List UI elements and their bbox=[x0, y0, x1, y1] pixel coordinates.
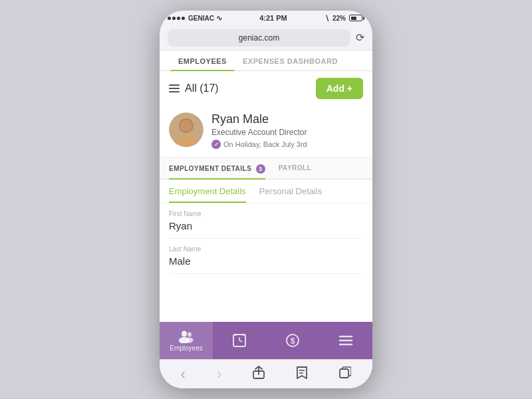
nav-employees[interactable]: Employees bbox=[160, 322, 213, 359]
sub-tab-personal[interactable]: Personal Details bbox=[259, 186, 323, 203]
employee-title: Executive Account Director bbox=[211, 128, 363, 137]
status-time: 4:21 PM bbox=[259, 14, 287, 22]
signal-dot-2 bbox=[172, 17, 176, 20]
employee-card[interactable]: Ryan Male Executive Account Director On … bbox=[160, 106, 372, 158]
add-button[interactable]: Add + bbox=[316, 78, 363, 99]
sub-tabs: Employment Details Personal Details bbox=[160, 180, 372, 203]
field-first-name: First Name Ryan bbox=[169, 203, 363, 239]
bluetooth-icon: ∖ bbox=[325, 14, 329, 23]
holiday-icon bbox=[211, 140, 221, 149]
svg-point-3 bbox=[180, 120, 192, 132]
detail-tabs: EMPLOYMENT DETAILS 3 PAYROLL bbox=[160, 158, 372, 180]
forward-button[interactable]: › bbox=[210, 366, 228, 383]
tabs-button[interactable] bbox=[332, 366, 358, 382]
form-area: First Name Ryan Last Name Male bbox=[160, 203, 372, 322]
battery-body bbox=[349, 15, 362, 21]
top-nav: EMPLOYEES EXPENSES DASHBOARD bbox=[160, 51, 372, 71]
refresh-button[interactable]: ⟳ bbox=[356, 31, 364, 44]
dollar-icon: $ bbox=[285, 334, 301, 347]
ios-bottom-bar: ‹ › bbox=[160, 359, 372, 388]
signal-dot-3 bbox=[177, 17, 180, 20]
carrier-name: GENIAC bbox=[188, 15, 214, 22]
battery-icon bbox=[349, 15, 364, 21]
first-name-value[interactable]: Ryan bbox=[169, 220, 363, 231]
tab-employment-details[interactable]: EMPLOYMENT DETAILS 3 bbox=[169, 158, 265, 179]
avatar bbox=[169, 112, 203, 147]
people-icon bbox=[178, 330, 194, 343]
url-bar[interactable]: geniac.com bbox=[168, 29, 350, 47]
bottom-nav: Employees bbox=[160, 322, 372, 359]
status-right: ∖ 22% bbox=[325, 14, 364, 23]
status-bar: GENIAC ∿ 4:21 PM ∖ 22% bbox=[160, 11, 372, 25]
field-last-name: Last Name Male bbox=[169, 239, 363, 274]
url-text: geniac.com bbox=[239, 33, 279, 43]
battery-fill bbox=[351, 17, 356, 20]
menu-icon bbox=[338, 334, 354, 347]
svg-rect-21 bbox=[340, 369, 348, 378]
browser-bar: geniac.com ⟳ bbox=[160, 25, 372, 51]
share-button[interactable] bbox=[246, 366, 271, 382]
sub-tab-employment[interactable]: Employment Details bbox=[169, 186, 246, 203]
status-text: On Holiday, Back July 3rd bbox=[223, 140, 307, 148]
svg-text:$: $ bbox=[291, 336, 295, 346]
svg-line-10 bbox=[239, 340, 242, 342]
signal-dot-4 bbox=[182, 17, 185, 20]
employee-name: Ryan Male bbox=[211, 112, 363, 126]
signal-dot-1 bbox=[168, 17, 171, 20]
tab-expenses[interactable]: EXPENSES DASHBOARD bbox=[235, 51, 346, 70]
tab-employees[interactable]: EMPLOYEES bbox=[170, 51, 235, 70]
hamburger-icon[interactable] bbox=[169, 84, 180, 92]
signal-dots bbox=[168, 17, 185, 20]
battery-percent: 22% bbox=[332, 15, 346, 22]
last-name-label: Last Name bbox=[169, 245, 363, 253]
svg-point-6 bbox=[188, 332, 192, 336]
employee-info: Ryan Male Executive Account Director On … bbox=[211, 112, 363, 149]
employee-status: On Holiday, Back July 3rd bbox=[211, 140, 363, 149]
battery-tip bbox=[363, 17, 364, 20]
nav-menu[interactable] bbox=[319, 334, 372, 347]
wifi-icon: ∿ bbox=[216, 14, 222, 23]
nav-employees-label: Employees bbox=[170, 344, 202, 352]
status-left: GENIAC ∿ bbox=[168, 14, 222, 23]
back-button[interactable]: ‹ bbox=[174, 366, 192, 383]
first-name-label: First Name bbox=[169, 210, 363, 217]
list-header: All (17) Add + bbox=[160, 71, 372, 106]
all-count-label: All (17) bbox=[185, 82, 219, 94]
clock-icon bbox=[231, 334, 247, 347]
tab-payroll[interactable]: PAYROLL bbox=[279, 158, 312, 179]
last-name-value[interactable]: Male bbox=[169, 255, 363, 267]
phone-frame: GENIAC ∿ 4:21 PM ∖ 22% geniac.com ⟳ EMPL… bbox=[160, 11, 372, 388]
nav-expenses[interactable]: $ bbox=[266, 334, 319, 347]
nav-timesheet[interactable] bbox=[213, 334, 266, 347]
bookmarks-button[interactable] bbox=[289, 366, 315, 382]
svg-point-7 bbox=[186, 337, 194, 342]
svg-point-4 bbox=[182, 331, 187, 336]
list-title: All (17) bbox=[169, 82, 219, 94]
app-content: EMPLOYEES EXPENSES DASHBOARD All (17) Ad… bbox=[160, 51, 372, 388]
employment-badge: 3 bbox=[256, 164, 265, 174]
